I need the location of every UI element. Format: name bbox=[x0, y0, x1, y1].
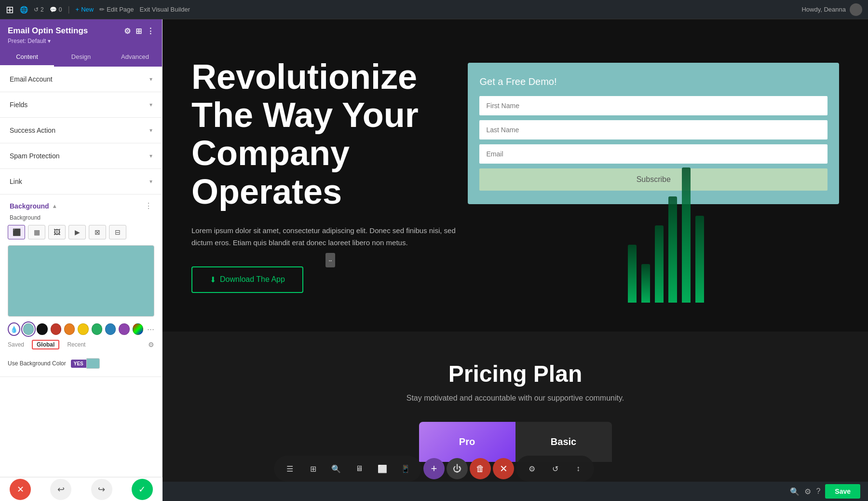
color-preview[interactable] bbox=[8, 245, 154, 317]
color-more-icon[interactable]: ··· bbox=[147, 324, 154, 334]
panel-title-text: Email Optin Settings bbox=[8, 26, 88, 36]
accordion-spam-protection: Spam Protection ▾ bbox=[0, 143, 162, 169]
panel-tabs: Content Design Advanced bbox=[0, 48, 162, 67]
use-bg-label: Use Background Color bbox=[8, 360, 66, 367]
panel-preset[interactable]: Preset: Default ▾ bbox=[8, 38, 154, 44]
toolbar-sort-button[interactable]: ↕ bbox=[569, 459, 587, 478]
toolbar-add-button[interactable]: + bbox=[423, 458, 445, 479]
color-swatch-yellow[interactable] bbox=[78, 323, 88, 335]
demo-form-title: Get a Free Demo! bbox=[479, 76, 827, 87]
tab-advanced[interactable]: Advanced bbox=[108, 48, 162, 67]
toolbar-desktop-button[interactable]: 🖥 bbox=[350, 459, 368, 478]
bg-type-gradient[interactable]: ▦ bbox=[28, 225, 45, 239]
color-swatch-teal[interactable] bbox=[23, 323, 34, 335]
status-help-icon[interactable]: ? bbox=[816, 487, 820, 496]
pricing-section: Pricing Plan Stay motivated and accounta… bbox=[163, 332, 868, 472]
chevron-down-icon: ▾ bbox=[149, 101, 152, 108]
chevron-up-icon: ▴ bbox=[53, 203, 56, 209]
toolbar-settings-button[interactable]: ⚙ bbox=[523, 459, 541, 478]
hero-title: Revolutionize The Way Your Company Opera… bbox=[191, 58, 468, 211]
left-panel: Email Optin Settings ⚙ ⊞ ⋮ Preset: Defau… bbox=[0, 19, 163, 501]
email-input[interactable] bbox=[479, 144, 827, 164]
color-swatch-green[interactable] bbox=[92, 323, 102, 335]
accordion-email-account: Email Account ▾ bbox=[0, 67, 162, 92]
toolbar-settings-group: ⚙ ↺ ↕ bbox=[516, 456, 594, 482]
color-tabs: Saved Global Recent ⚙ bbox=[8, 340, 154, 349]
color-tab-global[interactable]: Global bbox=[32, 340, 59, 349]
comment-counter[interactable]: 💬 0 bbox=[50, 6, 62, 13]
tab-design[interactable]: Design bbox=[54, 48, 108, 67]
accordion-success-action-header[interactable]: Success Action ▾ bbox=[0, 118, 162, 143]
panel-cancel-button[interactable]: ✕ bbox=[10, 479, 31, 500]
panel-resize-handle[interactable]: ↔ bbox=[326, 253, 335, 267]
bg-type-video[interactable]: ▶ bbox=[68, 225, 86, 239]
panel-layout-icon[interactable]: ⊞ bbox=[136, 27, 142, 36]
chart-bar-2 bbox=[641, 264, 650, 303]
first-name-input[interactable] bbox=[479, 96, 827, 115]
panel-settings-icon[interactable]: ⚙ bbox=[124, 27, 131, 36]
background-section-header[interactable]: Background ▴ ⋮ bbox=[0, 195, 162, 214]
toolbar-tablet-button[interactable]: ⬜ bbox=[373, 459, 392, 478]
chart-bar-6 bbox=[695, 216, 704, 303]
background-title: Background ▴ bbox=[10, 202, 56, 210]
toolbar-grid-button[interactable]: ⊞ bbox=[304, 459, 322, 478]
download-app-button[interactable]: ⬇ Download The App bbox=[191, 266, 303, 293]
undo-counter[interactable]: ↺ 2 bbox=[34, 6, 44, 13]
toolbar-power-button[interactable]: ⏻ bbox=[447, 458, 468, 479]
color-settings-icon[interactable]: ⚙ bbox=[148, 341, 154, 348]
chevron-down-icon: ▾ bbox=[149, 178, 152, 185]
accordion-email-account-header[interactable]: Email Account ▾ bbox=[0, 67, 162, 92]
accordion-background: Background ▴ ⋮ Background ⬛ ▦ 🖼 ▶ ⊠ ⊟ bbox=[0, 195, 162, 377]
color-swatch-red[interactable] bbox=[51, 323, 61, 335]
bg-type-color[interactable]: ⬛ bbox=[8, 225, 25, 239]
last-name-input[interactable] bbox=[479, 120, 827, 139]
toolbar-search-button[interactable]: 🔍 bbox=[327, 459, 345, 478]
toolbar-mobile-button[interactable]: 📱 bbox=[396, 459, 415, 478]
color-swatch-custom[interactable] bbox=[133, 323, 143, 335]
bg-type-pattern[interactable]: ⊟ bbox=[109, 225, 126, 239]
bottom-status-bar: 🔍 ⚙ ? Save bbox=[163, 482, 868, 501]
tab-content[interactable]: Content bbox=[0, 48, 54, 67]
top-bar: ⊞ 🌐 ↺ 2 💬 0 | + New ✏ Edit Page Exit Vis… bbox=[0, 0, 868, 19]
color-swatch-black[interactable] bbox=[37, 323, 47, 335]
color-swatch-purple[interactable] bbox=[119, 323, 129, 335]
color-swatch-blue[interactable] bbox=[105, 323, 116, 335]
toolbar-close-button[interactable]: ✕ bbox=[493, 458, 514, 479]
color-dropper[interactable]: 💧 bbox=[8, 322, 20, 336]
chart-bar-5 bbox=[682, 167, 691, 303]
toolbar-history-button[interactable]: ↺ bbox=[546, 459, 564, 478]
site-icon[interactable]: 🌐 bbox=[20, 6, 28, 14]
edit-page-link[interactable]: ✏ Edit Page bbox=[99, 6, 134, 13]
panel-title-icons: ⚙ ⊞ ⋮ bbox=[124, 27, 154, 36]
wordpress-icon[interactable]: ⊞ bbox=[6, 4, 14, 15]
toolbar-menu-button[interactable]: ☰ bbox=[281, 459, 299, 478]
accordion-fields-header[interactable]: Fields ▾ bbox=[0, 92, 162, 117]
use-bg-toggle[interactable]: YES bbox=[71, 358, 100, 369]
background-more-icon[interactable]: ⋮ bbox=[145, 201, 152, 210]
chart-bar-1 bbox=[628, 245, 637, 303]
panel-bottom-bar: ✕ ↩ ↪ ✓ bbox=[0, 477, 163, 501]
bg-type-slide[interactable]: ⊠ bbox=[89, 225, 106, 239]
toggle-color-swatch bbox=[86, 358, 100, 369]
color-swatch-orange[interactable] bbox=[64, 323, 75, 335]
user-avatar[interactable] bbox=[850, 3, 862, 16]
accordion-link-header[interactable]: Link ▾ bbox=[0, 169, 162, 194]
status-settings-icon[interactable]: ⚙ bbox=[804, 487, 811, 496]
background-section-content: Background ⬛ ▦ 🖼 ▶ ⊠ ⊟ 💧 bbox=[0, 214, 162, 376]
save-button[interactable]: Save bbox=[825, 484, 860, 499]
chevron-down-icon: ▾ bbox=[149, 127, 152, 134]
panel-save-button[interactable]: ✓ bbox=[132, 479, 153, 500]
panel-undo-button[interactable]: ↩ bbox=[50, 479, 71, 500]
exit-builder-link[interactable]: Exit Visual Builder bbox=[140, 6, 190, 13]
panel-redo-button[interactable]: ↪ bbox=[91, 479, 112, 500]
bottom-toolbar: ☰ ⊞ 🔍 🖥 ⬜ 📱 + ⏻ 🗑 ✕ ⚙ ↺ ↕ bbox=[274, 456, 594, 482]
status-search-icon[interactable]: 🔍 bbox=[790, 487, 800, 496]
color-tab-recent[interactable]: Recent bbox=[67, 341, 85, 348]
bg-type-image[interactable]: 🖼 bbox=[48, 225, 66, 239]
toolbar-delete-button[interactable]: 🗑 bbox=[470, 458, 491, 479]
panel-more-icon[interactable]: ⋮ bbox=[147, 27, 154, 36]
accordion-spam-protection-header[interactable]: Spam Protection ▾ bbox=[0, 143, 162, 168]
new-button[interactable]: + New bbox=[76, 6, 94, 13]
chart-bar-3 bbox=[655, 225, 664, 303]
color-tab-saved[interactable]: Saved bbox=[8, 341, 24, 348]
